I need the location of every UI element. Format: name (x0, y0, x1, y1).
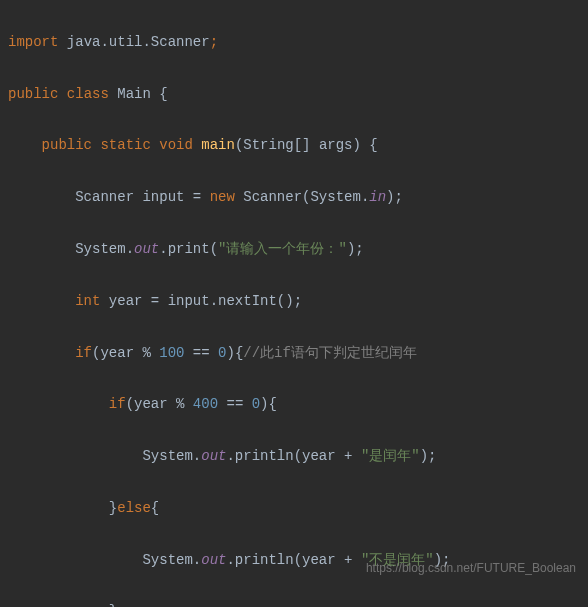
code-line: public class Main { (8, 82, 588, 108)
code-line: } (8, 599, 588, 607)
code-line: import java.util.Scanner; (8, 30, 588, 56)
code-line: }else{ (8, 496, 588, 522)
string-literal: "是闰年" (361, 448, 420, 464)
code-line: Scanner input = new Scanner(System.in); (8, 185, 588, 211)
comment: //此if语句下判定世纪闰年 (243, 345, 417, 361)
code-line: int year = input.nextInt(); (8, 289, 588, 315)
keyword-class: class (67, 86, 109, 102)
keyword-import: import (8, 34, 58, 50)
code-editor[interactable]: import java.util.Scanner; public class M… (0, 0, 588, 607)
field-out: out (134, 241, 159, 257)
code-line: if(year % 400 == 0){ (8, 392, 588, 418)
watermark-text: https://blog.csdn.net/FUTURE_Boolean (366, 557, 576, 579)
code-line: public static void main(String[] args) { (8, 133, 588, 159)
class-name: Main (117, 86, 151, 102)
code-line: if(year % 100 == 0){//此if语句下判定世纪闰年 (8, 341, 588, 367)
code-line: System.out.print("请输入一个年份："); (8, 237, 588, 263)
string-literal: "请输入一个年份：" (218, 241, 347, 257)
method-main: main (201, 137, 235, 153)
field-in: in (369, 189, 386, 205)
code-line: System.out.println(year + "是闰年"); (8, 444, 588, 470)
keyword-public: public (8, 86, 58, 102)
